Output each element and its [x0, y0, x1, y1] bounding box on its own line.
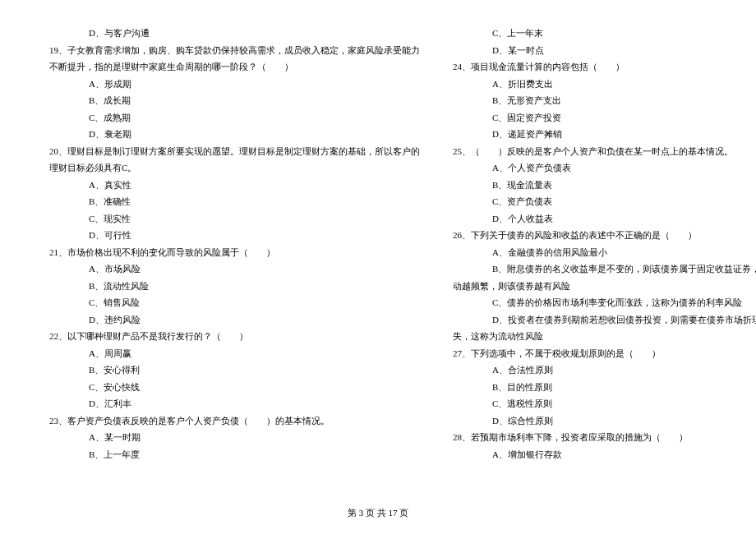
- option-text: C、资产负债表: [453, 193, 756, 210]
- option-text: D、与客户沟通: [49, 25, 420, 42]
- option-text: C、逃税性原则: [453, 395, 756, 412]
- option-text: A、增加银行存款: [453, 446, 756, 463]
- option-text: A、某一时期: [49, 429, 420, 446]
- option-text: D、递延资产摊销: [453, 126, 756, 143]
- option-text: A、金融债券的信用风险最小: [453, 244, 756, 261]
- option-text: C、销售风险: [49, 294, 420, 311]
- option-text: D、可行性: [49, 227, 420, 244]
- question-text: 20、理财目标是制订理财方案所要实现的愿望。理财目标是制定理财方案的基础，所以客…: [49, 143, 420, 160]
- option-text: B、流动性风险: [49, 278, 420, 295]
- question-text: 25、（ ）反映的是客户个人资产和负债在某一时点上的基本情况。: [453, 143, 756, 160]
- option-text: B、目的性原则: [453, 379, 756, 396]
- document-page: D、与客户沟通 19、子女教育需求增加，购房、购车贷款仍保持较高需求，成员收入稳…: [0, 0, 756, 534]
- question-text: 23、客户资产负债表反映的是客户个人资产负债（ ）的基本情况。: [49, 412, 420, 430]
- option-text: A、个人资产负债表: [453, 159, 756, 177]
- question-text: 21、市场价格出现不利的变化而导致的风险属于（ ）: [49, 244, 420, 261]
- option-text: D、个人收益表: [453, 210, 756, 228]
- option-text: C、上一年末: [453, 25, 756, 42]
- option-text: B、准确性: [49, 193, 420, 210]
- page-footer: 第 3 页 共 17 页: [0, 507, 756, 519]
- option-text: C、成熟期: [49, 109, 420, 127]
- left-column: D、与客户沟通 19、子女教育需求增加，购房、购车贷款仍保持较高需求，成员收入稳…: [49, 25, 436, 501]
- option-text: C、现实性: [49, 210, 420, 228]
- option-text: A、合法性原则: [453, 361, 756, 379]
- question-text: 28、若预期市场利率下降，投资者应采取的措施为（ ）: [453, 429, 756, 446]
- option-text: D、投资者在债券到期前若想收回债券投资，则需要在债券市场折现，从而可能带来一定损: [453, 311, 756, 329]
- option-text: A、周周赢: [49, 345, 420, 362]
- option-text: A、真实性: [49, 177, 420, 194]
- option-text: B、安心得利: [49, 361, 420, 379]
- option-text: B、现金流量表: [453, 177, 756, 194]
- option-text: D、衰老期: [49, 126, 420, 143]
- question-text: 理财目标必须具有C。: [49, 159, 420, 177]
- question-text: 27、下列选项中，不属于税收规划原则的是（ ）: [453, 345, 756, 362]
- option-text: A、折旧费支出: [453, 76, 756, 93]
- option-text: 失，这称为流动性风险: [453, 328, 756, 345]
- option-text: D、综合性原则: [453, 412, 756, 430]
- question-text: 24、项目现金流量计算的内容包括（ ）: [453, 58, 756, 76]
- option-text: D、违约风险: [49, 311, 420, 329]
- option-text: B、成长期: [49, 92, 420, 109]
- option-text: B、附息债券的名义收益率是不变的，则该债券属于固定收益证券，但实际上债券的价格变: [453, 260, 756, 278]
- question-text: 22、以下哪种理财产品不是我行发行的？（ ）: [49, 328, 420, 345]
- question-text: 不断提升，指的是理财中家庭生命周期的哪一阶段？（ ）: [49, 58, 420, 76]
- option-text: C、债券的价格因市场利率变化而涨跌，这称为债券的利率风险: [453, 294, 756, 311]
- option-text: C、固定资产投资: [453, 109, 756, 127]
- question-text: 19、子女教育需求增加，购房、购车贷款仍保持较高需求，成员收入稳定，家庭风险承受…: [49, 42, 420, 59]
- option-text: A、形成期: [49, 76, 420, 93]
- question-text: 26、下列关于债券的风险和收益的表述中不正确的是（ ）: [453, 227, 756, 244]
- option-text: D、某一时点: [453, 42, 756, 59]
- option-text: D、汇利丰: [49, 395, 420, 412]
- option-text: 动越频繁，则该债券越有风险: [453, 278, 756, 295]
- option-text: B、上一年度: [49, 446, 420, 463]
- option-text: C、安心快线: [49, 379, 420, 396]
- right-column: C、上一年末 D、某一时点 24、项目现金流量计算的内容包括（ ） A、折旧费支…: [436, 25, 756, 501]
- option-text: A、市场风险: [49, 260, 420, 278]
- option-text: B、无形资产支出: [453, 92, 756, 109]
